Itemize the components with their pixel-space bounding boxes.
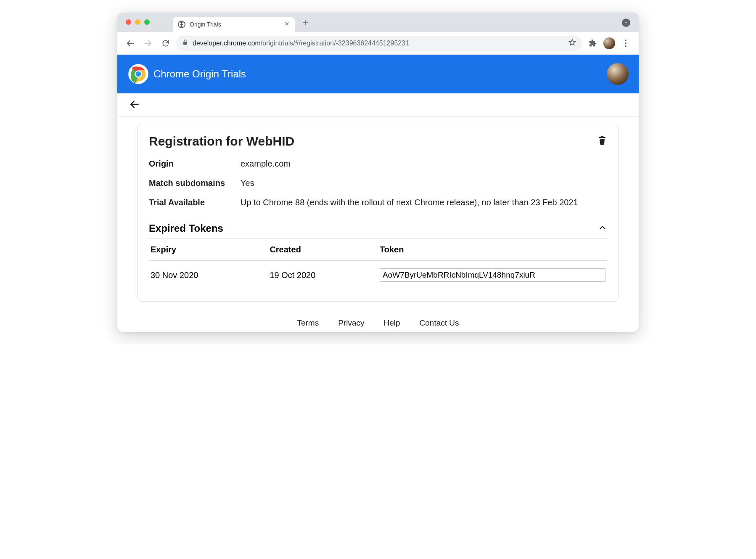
col-expiry: Expiry [149,239,268,261]
tab-strip: Origin Trials [117,13,639,32]
footer-terms[interactable]: Terms [297,318,319,328]
origin-label: Origin [149,158,241,170]
col-token: Token [378,239,607,261]
brand-text: Chrome Origin Trials [153,68,246,80]
close-window-button[interactable] [126,19,131,25]
col-created: Created [268,239,378,261]
profile-avatar[interactable] [603,37,615,49]
brand[interactable]: Chrome Origin Trials [127,63,246,85]
chevron-up-icon [598,223,607,234]
chrome-logo-icon [127,63,149,85]
url-path: /origintrials/#/registration/-3239636244… [261,40,409,47]
forward-button[interactable] [141,36,155,50]
extensions-icon[interactable] [586,36,600,50]
close-tab-icon[interactable] [284,21,290,28]
globe-icon [178,21,185,28]
expired-tokens-toggle[interactable]: Expired Tokens [149,223,607,234]
app-header: Chrome Origin Trials [117,55,639,93]
url-host: developer.chrome.com [193,40,261,47]
footer: Terms Privacy Help Contact Us [117,312,639,332]
field-match-subdomains: Match subdomains Yes [149,177,607,189]
trial-label: Trial Available [149,196,241,208]
card-title: Registration for WebHID [149,134,294,148]
tab-search-button[interactable] [622,19,630,27]
back-button[interactable] [123,36,137,50]
browser-toolbar: developer.chrome.com/origintrials/#/regi… [117,32,639,55]
cell-expiry: 30 Nov 2020 [149,261,268,290]
browser-tab[interactable]: Origin Trials [173,17,295,32]
window-controls [126,19,150,25]
reload-button[interactable] [159,36,173,50]
address-bar[interactable]: developer.chrome.com/origintrials/#/regi… [176,36,582,51]
maximize-window-button[interactable] [144,19,150,25]
lock-icon [182,39,188,47]
minimize-window-button[interactable] [135,19,140,25]
trial-value: Up to Chrome 88 (ends with the rollout o… [241,196,607,208]
tokens-table: Expiry Created Token 30 Nov 2020 19 Oct … [149,238,607,289]
token-input[interactable] [380,268,605,282]
content-area: Registration for WebHID Origin example.c… [117,117,639,312]
match-value: Yes [241,177,607,189]
registration-card: Registration for WebHID Origin example.c… [137,124,619,302]
expired-tokens-title: Expired Tokens [149,223,223,234]
page-back-row [117,93,639,117]
new-tab-button[interactable] [300,17,312,29]
delete-button[interactable] [597,134,607,148]
cell-created: 19 Oct 2020 [268,261,378,290]
bookmark-star-icon[interactable] [568,38,576,48]
footer-privacy[interactable]: Privacy [338,318,364,328]
field-trial-available: Trial Available Up to Chrome 88 (ends wi… [149,196,607,208]
table-row: 30 Nov 2020 19 Oct 2020 [149,261,607,290]
footer-contact[interactable]: Contact Us [420,318,459,328]
browser-menu-button[interactable] [619,40,633,47]
match-label: Match subdomains [149,177,241,189]
browser-window: Origin Trials developer.chrome.com [117,13,639,332]
page-back-button[interactable] [129,99,140,111]
user-avatar[interactable] [607,63,629,85]
url-text: developer.chrome.com/origintrials/#/regi… [193,40,564,47]
origin-value: example.com [241,158,607,170]
tab-title: Origin Trials [190,21,280,28]
field-origin: Origin example.com [149,158,607,170]
footer-help[interactable]: Help [383,318,400,328]
cell-token [378,261,607,290]
